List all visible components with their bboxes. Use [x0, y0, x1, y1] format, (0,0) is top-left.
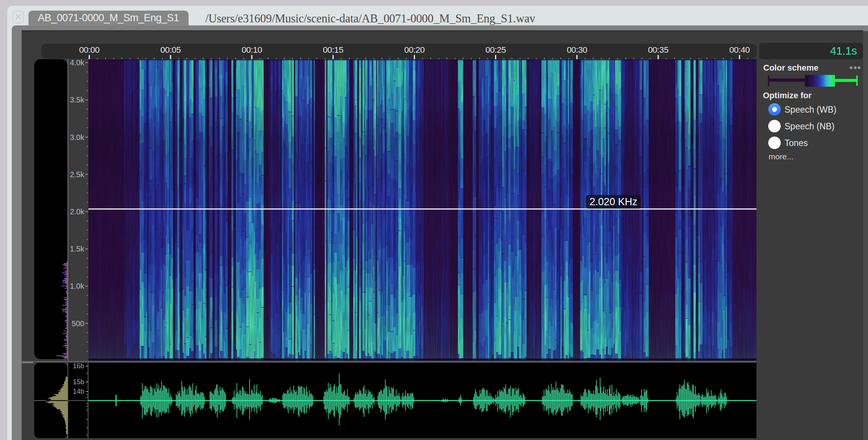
svg-text:00:35: 00:35	[648, 45, 668, 55]
svg-text:2.020 KHz: 2.020 KHz	[590, 196, 637, 207]
svg-text:2.5k: 2.5k	[70, 170, 85, 179]
svg-text:00:40: 00:40	[729, 45, 750, 55]
svg-text:00:30: 00:30	[567, 45, 587, 55]
svg-text:16b: 16b	[73, 363, 84, 370]
svg-text:00:25: 00:25	[486, 45, 506, 55]
svg-text:3.5k: 3.5k	[70, 96, 85, 104]
svg-text:00:05: 00:05	[160, 45, 181, 55]
svg-text:1.0k: 1.0k	[70, 282, 85, 290]
svg-text:00:00: 00:00	[79, 45, 99, 55]
svg-text:500: 500	[72, 319, 84, 328]
svg-text:4.0k: 4.0k	[70, 59, 85, 67]
svg-text:14b: 14b	[73, 388, 84, 395]
svg-text:00:10: 00:10	[242, 45, 262, 55]
svg-text:00:20: 00:20	[404, 45, 425, 55]
svg-text:3.0k: 3.0k	[70, 133, 85, 141]
svg-text:2.0k: 2.0k	[70, 207, 85, 216]
svg-text:15b: 15b	[73, 378, 84, 386]
svg-text:00:15: 00:15	[323, 45, 343, 55]
svg-text:1.5k: 1.5k	[70, 245, 85, 253]
